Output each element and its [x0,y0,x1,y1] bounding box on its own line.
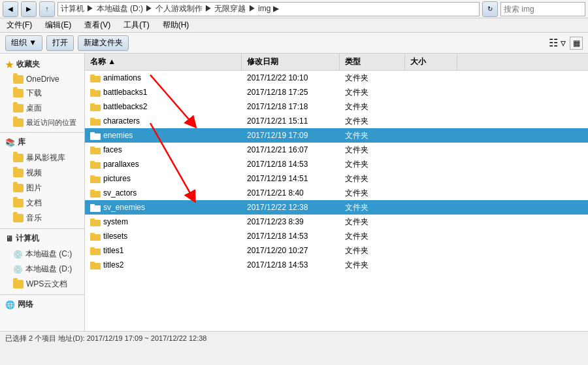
file-date: 2017/12/18 14:53 [242,259,340,271]
svg-rect-25 [90,247,95,249]
sidebar-item-music[interactable]: 音乐 [0,211,84,226]
star-icon: ★ [5,60,14,70]
table-row[interactable]: titles1 2017/12/20 10:27 文件夹 [85,243,588,258]
column-size[interactable]: 大小 [405,54,457,70]
file-name: faces [85,144,242,156]
search-input[interactable] [500,2,585,16]
column-type[interactable]: 类型 [340,54,405,70]
svg-rect-3 [90,89,95,91]
column-date[interactable]: 修改日期 [242,54,340,70]
table-row[interactable]: enemies 2017/12/19 17:09 文件夹 [85,128,588,143]
sidebar-item-onedrive[interactable]: OneDrive [0,73,84,86]
file-type: 文件夹 [340,158,405,171]
table-row[interactable]: characters 2017/12/21 15:11 文件夹 [85,114,588,128]
table-row[interactable]: titles2 2017/12/18 14:53 文件夹 [85,258,588,272]
file-size [405,148,457,151]
svg-rect-5 [90,103,95,105]
new-folder-button[interactable]: 新建文件夹 [78,35,129,51]
file-type: 文件夹 [340,86,405,99]
file-name: sv_actors [85,187,242,199]
menu-bar: 文件(F) 编辑(E) 查看(V) 工具(T) 帮助(H) [0,18,588,33]
address-path[interactable]: 计算机 ▶ 本地磁盘 (D:) ▶ 个人游戏制作 ▶ 无限穿越 ▶ img ▶ [57,2,480,16]
sidebar-item-drive-c[interactable]: 💿 本地磁盘 (C:) [0,247,84,262]
sidebar-item-recent[interactable]: 最近访问的位置 [0,116,84,130]
file-type: 文件夹 [340,230,405,243]
table-row[interactable]: battlebacks1 2017/12/18 17:25 文件夹 [85,85,588,99]
file-name: enemies [85,130,242,141]
view-toggle[interactable]: ☷ ▿ [549,37,566,49]
table-row[interactable]: faces 2017/12/21 16:07 文件夹 [85,143,588,157]
menu-tools[interactable]: 工具(T) [120,18,153,32]
file-size [405,220,457,223]
sidebar-item-desktop[interactable]: 桌面 [0,101,84,116]
sidebar-item-docs[interactable]: 文档 [0,196,84,211]
menu-edit[interactable]: 编辑(E) [41,18,75,32]
file-name: animations [85,72,242,84]
file-size [405,192,457,194]
svg-rect-12 [90,162,101,169]
file-date: 2017/12/18 14:53 [242,158,340,170]
sidebar-item-download[interactable]: 下载 [0,86,84,101]
open-button[interactable]: 打开 [46,35,74,51]
menu-view[interactable]: 查看(V) [80,18,114,32]
file-type: 文件夹 [340,129,405,143]
sidebar-item-bfjy[interactable]: 暴风影视库 [0,150,84,165]
up-button[interactable]: ↑ [39,1,55,17]
svg-rect-6 [90,119,101,126]
file-type: 文件夹 [340,201,405,215]
file-type: 文件夹 [340,215,405,229]
file-type: 文件夹 [340,258,405,272]
back-button[interactable]: ◀ [3,1,18,17]
organize-button[interactable]: 组织 ▼ [5,35,42,51]
svg-rect-19 [90,204,95,206]
forward-button[interactable]: ▶ [21,1,37,17]
address-bar[interactable]: ◀ ▶ ↑ 计算机 ▶ 本地磁盘 (D:) ▶ 个人游戏制作 ▶ 无限穿越 ▶ … [0,0,588,18]
file-type: 文件夹 [340,244,405,258]
libraries-section: 📚 库 暴风影视库 视频 图片 文档 音乐 [0,134,84,226]
sidebar-item-label: OneDrive [26,75,59,84]
svg-rect-26 [90,263,101,269]
sidebar-item-pictures[interactable]: 图片 [0,181,84,196]
file-date: 2017/12/18 14:53 [242,230,340,242]
path-text: 计算机 ▶ 本地磁盘 (D:) ▶ 个人游戏制作 ▶ 无限穿越 ▶ img ▶ [61,3,279,14]
table-row[interactable]: tilesets 2017/12/18 14:53 文件夹 [85,229,588,243]
file-date: 2017/12/22 10:10 [242,72,340,84]
folder-icon [13,75,24,84]
svg-rect-4 [90,105,101,111]
menu-file[interactable]: 文件(F) [3,18,36,32]
menu-help[interactable]: 帮助(H) [159,18,193,32]
file-date: 2017/12/22 12:38 [242,201,340,213]
file-name: pictures [85,173,242,184]
svg-rect-18 [90,205,101,212]
file-type: 文件夹 [340,172,405,186]
file-date: 2017/12/21 15:11 [242,115,340,127]
refresh-button[interactable]: ↻ [482,1,498,17]
favorites-header[interactable]: ★ 收藏夹 [0,56,84,73]
column-name[interactable]: 名称 ▲ [85,54,242,70]
status-bar: 已选择 2 个项目 地址(D): 2017/12/19 17:09 ~ 2017… [0,331,588,345]
libraries-header[interactable]: 📚 库 [0,134,84,150]
table-row[interactable]: pictures 2017/12/19 14:51 文件夹 [85,171,588,186]
computer-header[interactable]: 🖥 计算机 [0,230,84,247]
preview-toggle[interactable]: ▦ [570,37,583,50]
sidebar-item-videos[interactable]: 视频 [0,165,84,181]
sidebar-item-wps[interactable]: WPS云文档 [0,277,84,292]
network-label: 网络 [18,299,33,310]
network-header[interactable]: 🌐 网络 [0,296,84,313]
table-row[interactable]: sv_enemies 2017/12/22 12:38 文件夹 [85,200,588,215]
table-row[interactable]: animations 2017/12/22 10:10 文件夹 [85,71,588,85]
svg-rect-16 [90,191,101,198]
table-row[interactable]: battlebacks2 2017/12/18 17:18 文件夹 [85,99,588,114]
table-row[interactable]: system 2017/12/23 8:39 文件夹 [85,215,588,229]
sidebar-item-label: 文档 [26,198,42,209]
sidebar-item-drive-d[interactable]: 💿 本地磁盘 (D:) [0,262,84,277]
file-size [405,134,457,137]
table-row[interactable]: sv_actors 2017/12/21 8:40 文件夹 [85,186,588,200]
table-row[interactable]: parallaxes 2017/12/18 14:53 文件夹 [85,157,588,171]
file-size [405,91,457,94]
file-name: battlebacks1 [85,86,242,98]
folder-icon [13,169,24,177]
sidebar-item-label: 暴风影视库 [26,152,65,164]
network-icon: 🌐 [5,300,15,309]
favorites-label: 收藏夹 [16,59,40,70]
